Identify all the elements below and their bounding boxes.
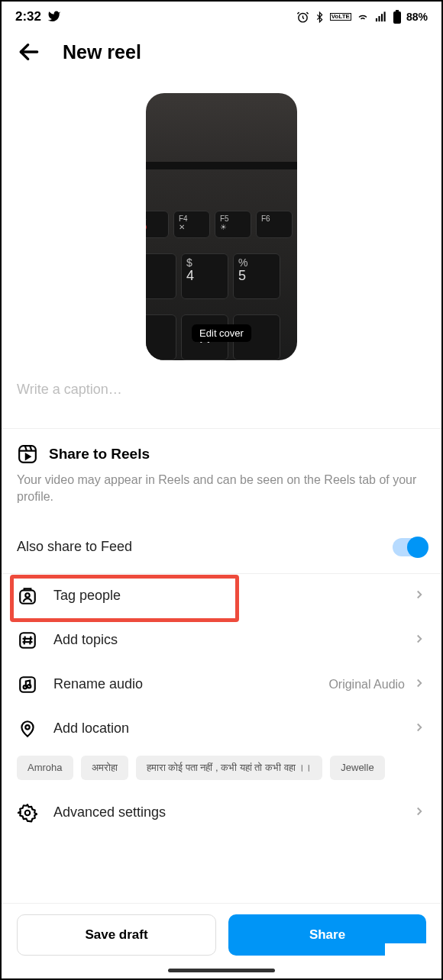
settings-icon	[17, 803, 38, 823]
svg-rect-1	[376, 18, 377, 21]
battery-icon	[393, 10, 402, 24]
volte-badge: VoLTE	[330, 13, 351, 21]
alarm-icon	[296, 11, 309, 24]
rename-audio-value: Original Audio	[328, 678, 405, 691]
location-suggestions: Amroha अमरोहा हमारा कोई पता नहीं , कभी य…	[2, 751, 441, 791]
location-chip[interactable]: हमारा कोई पता नहीं , कभी यहां तो कभी वहा…	[136, 756, 323, 780]
home-indicator[interactable]	[168, 969, 275, 972]
save-draft-button[interactable]: Save draft	[17, 914, 216, 956]
svg-rect-4	[384, 11, 386, 21]
svg-rect-2	[378, 16, 380, 21]
rename-audio-label: Rename audio	[53, 676, 143, 692]
svg-point-23	[25, 725, 29, 729]
location-icon	[17, 719, 38, 739]
tag-people-icon	[17, 586, 38, 606]
page-title: New reel	[63, 41, 141, 63]
back-button[interactable]	[17, 40, 41, 64]
audio-icon	[17, 675, 38, 695]
reel-cover-preview[interactable]: F3🔇 F4✕ F5☀ F6 #3 $4 %5 R Edit cover	[146, 93, 297, 360]
chevron-right-icon	[412, 588, 426, 604]
share-reels-title: Share to Reels	[49, 446, 150, 463]
edit-cover-button[interactable]: Edit cover	[192, 324, 251, 342]
wifi-icon	[356, 11, 370, 24]
bottom-action-bar: Save draft Share	[2, 903, 441, 978]
caption-input[interactable]: Write a caption…	[2, 382, 441, 428]
advanced-settings-row[interactable]: Advanced settings	[2, 791, 441, 835]
location-chip[interactable]: Jewelle	[330, 756, 384, 780]
share-to-feed-row: Also share to Feed	[2, 521, 441, 573]
hashtag-icon	[17, 630, 38, 650]
rename-audio-row[interactable]: Rename audio Original Audio	[2, 662, 441, 707]
share-to-feed-toggle[interactable]	[393, 538, 426, 556]
battery-percent: 88%	[406, 11, 428, 23]
tag-people-label: Tag people	[53, 588, 121, 604]
tag-people-row[interactable]: Tag people	[2, 574, 441, 618]
svg-rect-8	[19, 446, 36, 463]
share-to-reels-section: Share to Reels Your video may appear in …	[2, 429, 441, 521]
add-location-label: Add location	[53, 720, 129, 737]
signal-icon	[374, 11, 388, 24]
svg-marker-12	[26, 454, 30, 459]
svg-rect-15	[20, 633, 35, 648]
add-location-row[interactable]: Add location	[2, 707, 441, 751]
chevron-right-icon	[412, 804, 426, 821]
status-time: 2:32	[15, 9, 41, 24]
svg-rect-5	[393, 11, 401, 24]
advanced-settings-label: Advanced settings	[53, 804, 166, 820]
twitter-icon	[47, 10, 61, 24]
svg-point-14	[25, 593, 29, 597]
chevron-right-icon	[412, 676, 426, 693]
location-chip[interactable]: अमरोहा	[81, 756, 128, 780]
svg-point-24	[25, 811, 31, 816]
svg-line-17	[30, 636, 31, 644]
reels-icon	[17, 444, 38, 464]
status-bar: 2:32 VoLTE 88%	[2, 2, 441, 29]
location-chip[interactable]: Amroha	[17, 756, 73, 780]
svg-line-16	[24, 636, 25, 644]
add-topics-row[interactable]: Add topics	[2, 618, 441, 662]
svg-rect-3	[381, 14, 383, 21]
share-button[interactable]: Share	[228, 914, 426, 956]
bluetooth-icon	[314, 11, 325, 24]
header: New reel	[2, 29, 441, 78]
chevron-right-icon	[412, 632, 426, 649]
share-to-feed-label: Also share to Feed	[17, 539, 132, 555]
chevron-right-icon	[412, 720, 426, 737]
share-reels-description: Your video may appear in Reels and can b…	[17, 472, 426, 506]
svg-rect-6	[396, 10, 399, 11]
add-topics-label: Add topics	[53, 632, 118, 648]
